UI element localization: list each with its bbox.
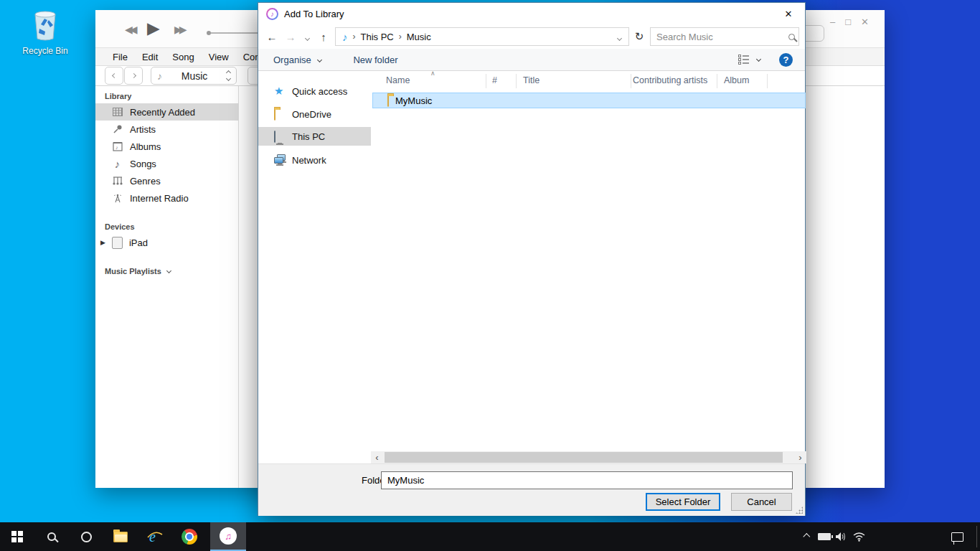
recycle-bin-icon	[29, 7, 61, 42]
menu-song[interactable]: Song	[165, 52, 201, 62]
recycle-bin-label: Recycle Bin	[22, 46, 69, 56]
svg-text:e: e	[149, 529, 156, 545]
music-note-icon: ♪	[157, 70, 162, 82]
show-desktop-divider[interactable]	[976, 526, 977, 547]
internet-explorer-button[interactable]: e	[138, 522, 172, 551]
breadcrumb-this-pc[interactable]: This PC	[361, 32, 394, 42]
sidebar-item-songs[interactable]: ♪ Songs	[95, 155, 238, 172]
forward-button[interactable]: →	[281, 31, 300, 43]
cancel-button[interactable]: Cancel	[731, 493, 792, 511]
recycle-bin-desktop-icon[interactable]: Recycle Bin	[22, 7, 69, 56]
column-album[interactable]: Album	[724, 75, 749, 85]
sidebar-item-albums[interactable]: ♪ Albums	[95, 138, 238, 155]
place-network[interactable]: Network	[258, 151, 371, 169]
new-folder-button[interactable]: New folder	[353, 55, 397, 65]
help-button[interactable]: ?	[779, 53, 793, 67]
dialog-footer: Folder: Select Folder Cancel	[258, 463, 805, 516]
add-to-library-dialog: Add To Library ✕ ← → ↑ ♪ › This PC › Mus…	[258, 2, 806, 516]
place-label: Quick access	[292, 86, 347, 97]
itunes-library-selector[interactable]: ♪ Music	[151, 67, 237, 85]
dialog-titlebar[interactable]: Add To Library ✕	[258, 3, 805, 24]
sidebar-item-ipad[interactable]: ▶ iPad	[95, 234, 238, 251]
menu-file[interactable]: File	[105, 52, 135, 62]
itunes-forward-button[interactable]	[124, 67, 143, 85]
chevron-up-icon	[803, 533, 809, 540]
action-center-button[interactable]	[944, 522, 970, 551]
sidebar-item-recently-added[interactable]: Recently Added	[95, 103, 238, 121]
expander-icon[interactable]: ▶	[100, 239, 105, 246]
menu-edit[interactable]: Edit	[135, 52, 165, 62]
breadcrumb-separator: ›	[348, 32, 361, 42]
taskbar-search-button[interactable]	[34, 522, 69, 551]
select-folder-button[interactable]: Select Folder	[646, 493, 720, 511]
itunes-taskbar-button[interactable]	[210, 522, 246, 551]
itunes-app-icon	[266, 8, 278, 20]
column-contributing-artists[interactable]: Contributing artists	[633, 75, 707, 85]
place-quick-access[interactable]: ★ Quick access	[258, 82, 371, 100]
sidebar-item-label: Internet Radio	[130, 193, 189, 204]
address-bar[interactable]: ♪ › This PC › Music	[335, 27, 629, 46]
place-this-pc[interactable]: This PC	[258, 127, 371, 146]
cortana-button[interactable]	[69, 522, 103, 551]
place-label: This PC	[292, 131, 325, 142]
folder-name-input[interactable]	[381, 471, 793, 489]
library-section-header: Library	[95, 86, 238, 103]
start-button[interactable]	[0, 522, 34, 551]
dialog-toolbar: Organise New folder ?	[258, 49, 805, 71]
volume-tray-icon[interactable]	[832, 522, 849, 551]
file-row-mymusic[interactable]: MyMusic	[372, 93, 806, 108]
search-icon[interactable]	[788, 30, 801, 43]
search-input[interactable]	[651, 32, 788, 42]
battery-tray-icon[interactable]	[815, 522, 834, 551]
itunes-maximize-button[interactable]: □	[845, 17, 851, 27]
file-name: MyMusic	[395, 95, 432, 106]
itunes-back-button[interactable]	[105, 67, 123, 85]
up-button[interactable]: ↑	[314, 31, 333, 43]
place-label: OneDrive	[292, 109, 331, 120]
chrome-button[interactable]	[172, 522, 207, 551]
breadcrumb-separator: ›	[394, 32, 407, 42]
refresh-button[interactable]: ↻	[631, 27, 648, 46]
taskbar: e	[0, 522, 980, 551]
column-title[interactable]: Title	[523, 75, 540, 85]
sidebar-item-genres[interactable]: Genres	[95, 172, 238, 189]
grid-icon	[111, 108, 123, 116]
radio-tower-icon	[111, 193, 123, 203]
previous-track-icon[interactable]: ◀◀	[125, 24, 135, 35]
itunes-icon	[220, 527, 237, 545]
view-mode-button[interactable]	[738, 55, 760, 65]
address-dropdown-icon[interactable]	[618, 32, 628, 42]
search-box[interactable]	[650, 27, 799, 46]
place-onedrive[interactable]: OneDrive	[258, 105, 371, 123]
scroll-right-arrow[interactable]: ›	[794, 451, 806, 463]
dialog-close-button[interactable]: ✕	[772, 3, 805, 24]
recent-locations-dropdown[interactable]	[300, 30, 314, 43]
music-note-icon: ♪	[336, 31, 348, 43]
play-icon[interactable]: ▶	[147, 19, 160, 38]
organise-button[interactable]: Organise	[273, 55, 321, 65]
chevron-down-icon	[317, 57, 322, 62]
sidebar-item-label: Recently Added	[130, 107, 195, 118]
horizontal-scrollbar[interactable]: ‹ ›	[371, 451, 806, 463]
column-name[interactable]: Name	[386, 75, 410, 85]
back-button[interactable]: ←	[263, 31, 281, 43]
breadcrumb-music[interactable]: Music	[407, 32, 431, 42]
ipad-icon	[112, 237, 123, 249]
volume-slider[interactable]	[211, 32, 261, 34]
scroll-left-arrow[interactable]: ‹	[371, 451, 383, 463]
quick-access-star-icon: ★	[274, 85, 286, 98]
file-explorer-button[interactable]	[103, 522, 138, 551]
scrollbar-thumb[interactable]	[385, 452, 783, 463]
next-track-icon[interactable]: ▶▶	[174, 24, 184, 35]
action-center-icon	[951, 532, 963, 542]
itunes-minimize-button[interactable]: –	[830, 17, 835, 27]
sidebar-item-artists[interactable]: Artists	[95, 121, 238, 138]
show-hidden-icons-button[interactable]	[796, 522, 816, 551]
wifi-tray-icon[interactable]	[849, 522, 868, 551]
sidebar-item-internet-radio[interactable]: Internet Radio	[95, 189, 238, 207]
itunes-close-button[interactable]: ✕	[861, 17, 869, 27]
playlists-section-header[interactable]: Music Playlists	[95, 251, 238, 278]
resize-grip[interactable]	[796, 507, 803, 514]
column-number[interactable]: #	[492, 75, 497, 85]
menu-view[interactable]: View	[202, 52, 236, 62]
